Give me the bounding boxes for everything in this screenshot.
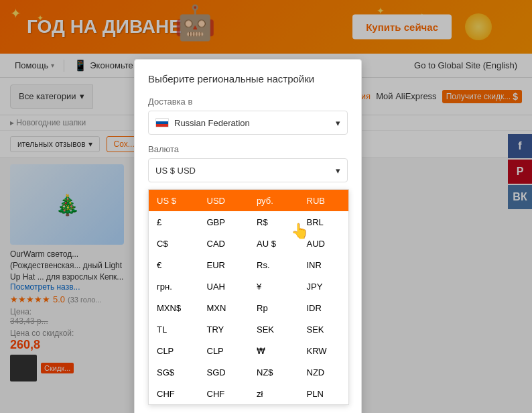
currency-row[interactable]: £GBPR$BRL (149, 211, 348, 233)
currency-code-left: GBP (202, 211, 249, 233)
currency-symbol-right: руб. (249, 190, 302, 211)
currency-code-right: NZD (302, 361, 349, 383)
currency-row[interactable]: CHFCHFzłPLN (149, 383, 348, 404)
currency-code-left: CLP (202, 340, 249, 361)
currency-code-right: INR (302, 254, 349, 276)
currency-row[interactable]: SG$SGDNZ$NZD (149, 361, 348, 383)
currency-code-right: SEK (302, 318, 349, 340)
regional-settings-panel: Выберите региональные настройки Доставка… (134, 59, 362, 413)
currency-symbol-left: € (149, 254, 202, 276)
currency-code-left: CAD (202, 233, 249, 254)
currency-code-left: USD (202, 190, 249, 211)
currency-code-left: TRY (202, 318, 249, 340)
country-select-button[interactable]: Russian Federation ▾ (148, 111, 348, 135)
currency-code-left: MXN (202, 297, 249, 318)
currency-code-left: UAH (202, 276, 249, 297)
currency-symbol-left: TL (149, 318, 202, 340)
currency-symbol-left: CLP (149, 340, 202, 361)
currency-symbol-right: NZ$ (249, 361, 302, 383)
currency-code-left: SGD (202, 361, 249, 383)
currency-symbol-left: грн. (149, 276, 202, 297)
currency-symbol-right: Rp (249, 297, 302, 318)
currency-code-right: BRL (302, 211, 349, 233)
currency-row[interactable]: €EURRs.INR (149, 254, 348, 276)
currency-row[interactable]: CLPCLP₩KRW (149, 340, 348, 361)
currency-code-right: IDR (302, 297, 349, 318)
currency-code-right: KRW (302, 340, 349, 361)
currency-symbol-right: Rs. (249, 254, 302, 276)
currency-row[interactable]: C$CADAU $AUD (149, 233, 348, 254)
delivery-label: Доставка в (148, 97, 348, 107)
currency-row[interactable]: US $USDруб.RUB (149, 190, 348, 211)
country-flag (155, 118, 169, 127)
currency-code-right: AUD (302, 233, 349, 254)
currency-symbol-right: ¥ (249, 276, 302, 297)
currency-symbol-left: MXN$ (149, 297, 202, 318)
currency-row[interactable]: MXN$MXNRpIDR (149, 297, 348, 318)
chevron-down-icon-6: ▾ (336, 166, 340, 176)
currency-symbol-left: CHF (149, 383, 202, 404)
currency-symbol-left: C$ (149, 233, 202, 254)
currency-row[interactable]: TLTRYSEKSEK (149, 318, 348, 340)
currency-symbol-left: US $ (149, 190, 202, 211)
currency-label: Валюта (148, 144, 348, 154)
currency-symbol-right: ₩ (249, 340, 302, 361)
currency-code-left: CHF (202, 383, 249, 404)
currency-code-left: EUR (202, 254, 249, 276)
currency-symbol-left: SG$ (149, 361, 202, 383)
currency-symbol-right: AU $ (249, 233, 302, 254)
currency-row[interactable]: грн.UAH¥JPY (149, 276, 348, 297)
currency-code-right: JPY (302, 276, 349, 297)
currency-list: US $USDруб.RUB£GBPR$BRLC$CADAU $AUD€EURR… (148, 189, 349, 405)
currency-symbol-right: SEK (249, 318, 302, 340)
currency-code-right: RUB (302, 190, 349, 211)
country-value: Russian Federation (174, 118, 250, 128)
chevron-down-icon-5: ▾ (336, 118, 340, 128)
country-select-inner: Russian Federation (155, 118, 250, 128)
currency-symbol-right: R$ (249, 211, 302, 233)
currency-current-value: US $ USD (155, 166, 196, 176)
currency-select-button[interactable]: US $ USD ▾ (148, 158, 348, 182)
panel-title: Выберите региональные настройки (148, 73, 348, 84)
currency-symbol-left: £ (149, 211, 202, 233)
currency-code-right: PLN (302, 383, 349, 404)
currency-symbol-right: zł (249, 383, 302, 404)
